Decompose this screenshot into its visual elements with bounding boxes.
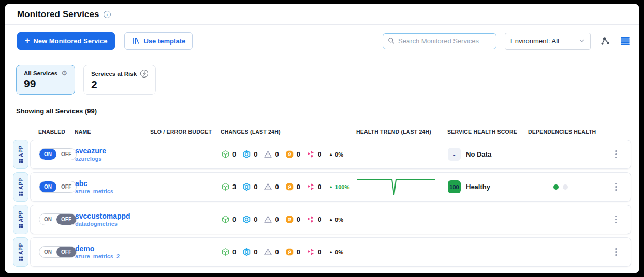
services-table: ENABLED NAME SLO / ERROR BUDGET CHANGES … xyxy=(13,129,631,267)
service-name-link[interactable]: abc xyxy=(75,179,151,188)
config-hexagon-icon xyxy=(242,182,251,191)
service-subtitle: azure_metrics xyxy=(75,188,151,194)
service-type-tab[interactable]: APP xyxy=(13,205,28,234)
service-type-tab[interactable]: APP xyxy=(13,140,28,169)
toggle-on-label: ON xyxy=(39,214,56,225)
config-hexagon-icon xyxy=(242,248,251,256)
change-trend: ▲ 0% xyxy=(329,249,343,255)
col-dependencies: DEPENDENCIES HEALTH xyxy=(528,129,606,135)
toggle-on-label: ON xyxy=(39,181,56,192)
new-service-label: New Monitored Service xyxy=(33,37,107,45)
gear-icon: ⚙ xyxy=(61,70,67,76)
dependency-status-dot xyxy=(563,184,568,190)
change-trend: ▲ 0% xyxy=(329,217,343,223)
all-services-count: 99 xyxy=(24,78,67,89)
use-template-button[interactable]: Use template xyxy=(124,32,193,50)
service-type-tab[interactable]: APP xyxy=(13,237,28,267)
incident-orange-icon xyxy=(285,150,294,159)
health-score-badge: - xyxy=(448,148,461,161)
app-window: Monitored Services i + New Monitored Ser… xyxy=(5,4,639,273)
service-row: ON OFF svccustomappd datadogmetrics 0 0 … xyxy=(30,205,631,234)
deployment-cube-icon xyxy=(221,150,230,159)
all-services-label: All Services xyxy=(24,70,57,76)
summary-cards: All Services ⚙ 99 Services at Risk 2 xyxy=(16,65,631,95)
environment-value: Environment: All xyxy=(510,37,559,45)
enabled-toggle[interactable]: ON OFF xyxy=(39,181,77,193)
config-hexagon-icon xyxy=(242,150,251,159)
services-at-risk-card[interactable]: Services at Risk 2 xyxy=(83,65,156,95)
service-name-link[interactable]: demo xyxy=(75,244,151,253)
incident-orange-icon xyxy=(285,215,294,224)
row-actions-kebab-menu[interactable] xyxy=(612,246,620,258)
trend-percent: 0% xyxy=(335,249,343,255)
alert-pink-icon xyxy=(306,150,315,159)
row-actions-kebab-menu[interactable] xyxy=(612,148,620,161)
toggle-on-label: ON xyxy=(39,247,56,257)
graph-view-button[interactable] xyxy=(599,35,611,47)
health-score-label: No Data xyxy=(466,150,491,158)
search-icon xyxy=(388,37,395,44)
toggle-off-label: OFF xyxy=(56,181,76,192)
service-subtitle: azurelogs xyxy=(75,156,151,162)
showing-summary: Showing all Services (99) xyxy=(16,107,631,115)
health-score-label: Healthy xyxy=(466,183,490,191)
change-trend: ▲ 0% xyxy=(329,151,343,158)
use-template-label: Use template xyxy=(143,37,185,45)
services-at-risk-count: 2 xyxy=(91,79,148,90)
col-slo: SLO / ERROR BUDGET xyxy=(150,129,221,135)
changes-cell: 0 0 0 0 0 ▲ 0% xyxy=(221,215,357,224)
row-actions-kebab-menu[interactable] xyxy=(612,181,620,193)
service-type-label: APP xyxy=(18,243,24,254)
trend-percent: 100% xyxy=(335,184,349,190)
service-subtitle: datadogmetrics xyxy=(75,221,151,227)
trend-up-icon: ▲ xyxy=(329,217,333,222)
trend-up-icon: ▲ xyxy=(329,250,333,254)
service-name-link[interactable]: svcazure xyxy=(75,147,151,155)
services-at-risk-label: Services at Risk xyxy=(91,71,137,77)
health-score-badge: 100 xyxy=(448,180,461,193)
search-input[interactable] xyxy=(398,37,491,45)
info-icon[interactable]: i xyxy=(104,11,111,18)
dependency-status-dot xyxy=(553,184,559,190)
enabled-toggle[interactable]: ON OFF xyxy=(39,213,77,225)
trend-percent: 0% xyxy=(335,217,343,223)
deployment-cube-icon xyxy=(221,215,230,224)
row-actions-kebab-menu[interactable] xyxy=(612,213,620,226)
template-library-icon xyxy=(131,37,140,45)
changes-cell: 0 0 0 0 0 ▲ 0% xyxy=(221,248,357,256)
service-name-link[interactable]: svccustomappd xyxy=(75,212,151,220)
alert-pink-icon xyxy=(306,248,315,256)
health-trend-cell xyxy=(357,176,448,198)
environment-select[interactable]: Environment: All xyxy=(505,33,591,50)
service-type-label: APP xyxy=(18,145,24,157)
enabled-toggle[interactable]: ON OFF xyxy=(39,246,77,258)
service-subtitle: azure_metrics_2 xyxy=(75,253,151,259)
toggle-off-label: OFF xyxy=(56,149,76,160)
risk-bolt-icon xyxy=(140,70,148,78)
col-name: NAME xyxy=(75,129,150,135)
toggle-off-label: OFF xyxy=(56,214,76,225)
service-row: ON OFF demo azure_metrics_2 0 0 0 0 xyxy=(30,237,631,267)
plus-icon: + xyxy=(25,36,30,45)
incident-orange-icon xyxy=(285,182,294,191)
enabled-toggle[interactable]: ON OFF xyxy=(39,148,77,160)
app-grid-icon xyxy=(19,257,23,261)
main-content: All Services ⚙ 99 Services at Risk 2 Sho… xyxy=(5,57,639,267)
all-services-card[interactable]: All Services ⚙ 99 xyxy=(16,65,75,95)
warning-triangle-icon xyxy=(264,248,272,256)
service-row: ON OFF abc azure_metrics 3 0 0 0 0 xyxy=(30,172,631,202)
search-box xyxy=(383,33,496,49)
list-view-button[interactable] xyxy=(619,36,631,47)
new-monitored-service-button[interactable]: + New Monitored Service xyxy=(17,32,115,50)
service-row: ON OFF svcazure azurelogs 0 0 0 0 xyxy=(30,140,631,169)
chevron-down-icon xyxy=(579,38,585,44)
warning-triangle-icon xyxy=(264,215,272,224)
service-type-tab[interactable]: APP xyxy=(13,172,28,202)
dependencies-cell xyxy=(529,184,606,190)
toggle-on-label: ON xyxy=(39,149,56,160)
config-hexagon-icon xyxy=(242,215,251,224)
warning-triangle-icon xyxy=(264,182,272,191)
table-header: ENABLED NAME SLO / ERROR BUDGET CHANGES … xyxy=(13,129,631,135)
page-title: Monitored Services xyxy=(17,9,99,20)
service-type-label: APP xyxy=(18,210,24,222)
